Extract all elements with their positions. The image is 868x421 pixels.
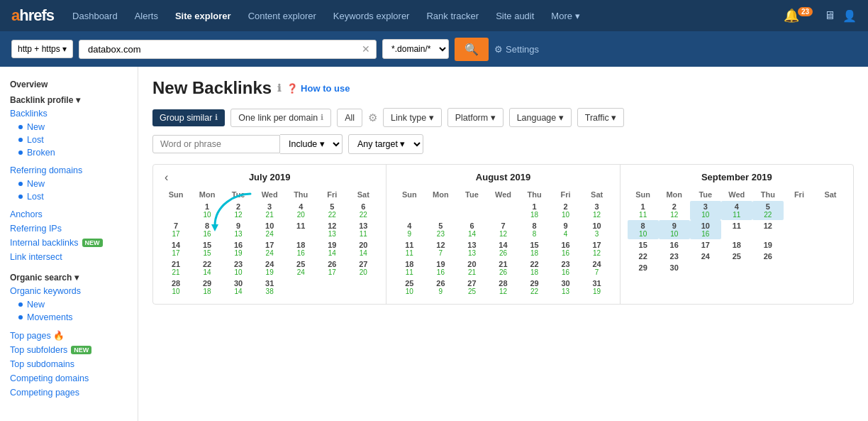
sidebar-item-competing-pages[interactable]: Competing pages <box>0 386 138 400</box>
nav-dashboard[interactable]: Dashboard <box>65 8 125 24</box>
calendar-cell[interactable]: 1024 <box>254 220 285 239</box>
bell-icon[interactable]: 🔔 <box>784 9 799 23</box>
nav-rank-tracker[interactable]: Rank tracker <box>419 8 486 24</box>
calendar-cell[interactable]: 17 <box>690 239 721 251</box>
calendar-cell[interactable]: 212 <box>223 201 254 220</box>
calendar-cell[interactable]: 816 <box>191 220 223 239</box>
calendar-cell[interactable]: 1619 <box>223 239 254 258</box>
sidebar-item-backlinks-new[interactable]: New <box>0 121 138 133</box>
calendar-cell[interactable]: 247 <box>582 258 613 278</box>
monitor-icon[interactable]: 🖥 <box>824 9 835 22</box>
calendar-cell[interactable]: 29 <box>628 262 659 273</box>
nav-site-audit[interactable]: Site audit <box>489 8 541 24</box>
calendar-cell[interactable]: 1616 <box>550 239 582 258</box>
calendar-cell[interactable]: 49 <box>394 220 425 239</box>
sidebar-item-referring-domains[interactable]: Referring domains <box>0 163 138 177</box>
calendar-cell[interactable]: 1417 <box>160 239 191 258</box>
sidebar-item-competing-domains[interactable]: Competing domains <box>0 371 138 386</box>
calendar-cell[interactable]: 2617 <box>316 258 347 278</box>
domain-input[interactable] <box>85 40 362 58</box>
traffic-button[interactable]: Traffic ▾ <box>577 108 625 127</box>
calendar-cell[interactable]: 2014 <box>347 239 379 258</box>
clear-input-button[interactable]: ✕ <box>362 43 370 55</box>
calendar-cell[interactable]: 1213 <box>316 220 347 239</box>
include-select[interactable]: Include ▾ <box>280 134 343 154</box>
calendar-cell[interactable]: 1712 <box>582 239 613 258</box>
calendar-cell[interactable]: 2218 <box>519 258 550 278</box>
calendar-cell[interactable]: 2121 <box>160 258 191 278</box>
calendar-cell[interactable]: 11 <box>721 220 752 239</box>
info-icon[interactable]: ℹ <box>277 82 281 94</box>
calendar-cell[interactable]: 210 <box>550 201 582 220</box>
scope-select[interactable]: *.domain/* <box>382 39 449 59</box>
calendar-cell[interactable]: 12 <box>752 220 784 239</box>
all-button[interactable]: All <box>337 109 362 127</box>
calendar-cell[interactable]: 2214 <box>191 258 223 278</box>
calendar-cell[interactable]: 24 <box>690 251 721 262</box>
calendar-cell[interactable]: 2316 <box>550 258 582 278</box>
any-target-select[interactable]: Any target ▾ <box>348 134 423 154</box>
sidebar-item-link-intersect[interactable]: Link intersect <box>0 250 138 264</box>
calendar-cell[interactable]: 523 <box>425 220 456 239</box>
calendar-cell[interactable]: 103 <box>582 220 613 239</box>
calendar-cell[interactable]: 1515 <box>191 239 223 258</box>
sidebar-item-backlinks[interactable]: Backlinks <box>0 106 138 121</box>
calendar-cell[interactable]: 16 <box>659 239 690 251</box>
calendar-cell[interactable]: 18 <box>721 239 752 251</box>
sidebar-item-top-pages[interactable]: Top pages 🔥 <box>0 328 138 343</box>
calendar-cell[interactable]: 30 <box>659 262 690 273</box>
sidebar-item-ref-domains-new[interactable]: New <box>0 177 138 190</box>
calendar-cell[interactable]: 88 <box>519 220 550 239</box>
logo[interactable]: ahrefs <box>11 6 54 25</box>
calendar-cell[interactable]: 2524 <box>285 258 316 278</box>
sidebar-item-org-kw-new[interactable]: New <box>0 298 138 311</box>
sidebar-item-backlinks-broken[interactable]: Broken <box>0 146 138 159</box>
calendar-cell[interactable]: 2510 <box>394 278 425 297</box>
calendar-cell[interactable]: 420 <box>285 201 316 220</box>
calendar-cell[interactable]: 522 <box>316 201 347 220</box>
one-link-per-domain-button[interactable]: One link per domain ℹ <box>230 109 331 127</box>
calendar-cell[interactable]: 717 <box>160 220 191 239</box>
search-button[interactable]: 🔍 <box>455 38 489 61</box>
calendar-cell[interactable]: 3014 <box>223 278 254 297</box>
calendar-cell[interactable]: 118 <box>519 201 550 220</box>
calendar-cell[interactable]: 810 <box>628 220 659 239</box>
settings-button[interactable]: ⚙ Settings <box>494 44 539 55</box>
calendar-cell[interactable]: 11 <box>285 220 316 239</box>
nav-site-explorer[interactable]: Site explorer <box>168 8 238 24</box>
sidebar-item-backlinks-lost[interactable]: Lost <box>0 133 138 146</box>
calendar-cell[interactable]: 1426 <box>487 239 518 258</box>
calendar-cell[interactable]: 19 <box>752 239 784 251</box>
calendar-cell[interactable]: 23 <box>659 251 690 262</box>
sidebar-item-top-subdomains[interactable]: Top subdomains <box>0 357 138 371</box>
calendar-cell[interactable]: 127 <box>425 239 456 258</box>
calendar-cell[interactable]: 94 <box>550 220 582 239</box>
calendar-cell[interactable]: 1914 <box>316 239 347 258</box>
calendar-cell[interactable]: 26 <box>752 251 784 262</box>
language-button[interactable]: Language ▾ <box>509 108 572 127</box>
calendar-cell[interactable]: 2725 <box>456 278 487 297</box>
calendar-cell[interactable]: 1816 <box>285 239 316 258</box>
sidebar-item-internal-backlinks[interactable]: Internal backlinks <box>10 238 79 248</box>
calendar-cell[interactable]: 2922 <box>519 278 550 297</box>
sidebar-backlink-profile[interactable]: Backlink profile ▾ <box>0 91 138 106</box>
calendar-cell[interactable]: 1916 <box>425 258 456 278</box>
how-to-use-link[interactable]: ❓ How to use <box>286 83 350 94</box>
calendar-cell[interactable]: 2310 <box>223 258 254 278</box>
calendar-cell[interactable]: 110 <box>191 201 223 220</box>
link-type-button[interactable]: Link type ▾ <box>383 108 442 127</box>
nav-keywords-explorer[interactable]: Keywords explorer <box>326 8 417 24</box>
sidebar-item-org-kw-movements[interactable]: Movements <box>0 311 138 324</box>
calendar-cell[interactable]: 25 <box>721 251 752 262</box>
calendar-cell[interactable]: 910 <box>659 220 690 239</box>
calendar-cell[interactable]: 212 <box>659 201 690 220</box>
platform-button[interactable]: Platform ▾ <box>447 108 503 127</box>
sidebar-item-organic-keywords[interactable]: Organic keywords <box>0 284 138 298</box>
calendar-prev-button[interactable]: ‹ <box>160 170 172 185</box>
sidebar-item-anchors[interactable]: Anchors <box>0 207 138 222</box>
calendar-cell[interactable]: 3138 <box>254 278 285 297</box>
protocol-select[interactable]: http + https ▾ <box>11 40 73 58</box>
calendar-cell[interactable]: 614 <box>456 220 487 239</box>
user-icon[interactable]: 👤 <box>842 9 857 23</box>
calendar-cell[interactable]: 15 <box>628 239 659 251</box>
